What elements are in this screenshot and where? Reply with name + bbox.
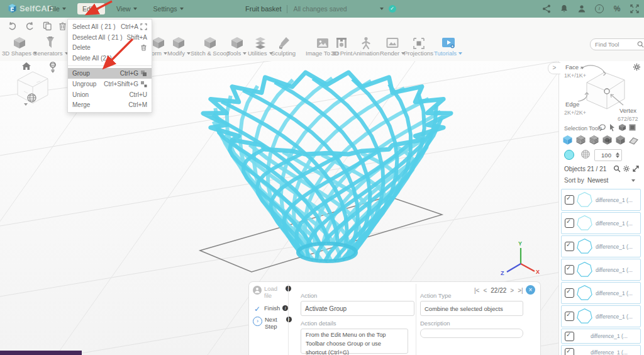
step-load-file[interactable]: Load file i xyxy=(253,286,291,300)
menu-edit[interactable]: Edit xyxy=(77,3,105,14)
object-list-item[interactable]: difference_1 (... xyxy=(561,282,641,304)
toolbar-item-projections[interactable]: Projections xyxy=(404,36,433,57)
camera-orbit-icon[interactable] xyxy=(48,61,58,70)
face-region-select-icon[interactable] xyxy=(602,135,613,145)
action-input[interactable]: Activate Group xyxy=(301,301,414,316)
saved-check-badge: ✓ xyxy=(389,5,396,13)
edit-menu-item-delete-all-21-[interactable]: Delete All (21) xyxy=(68,53,152,64)
object-checkbox[interactable] xyxy=(565,312,574,321)
pagination-first-button[interactable]: |< xyxy=(474,287,479,294)
object-list-item[interactable]: difference_1 (... xyxy=(561,259,641,281)
material-sphere-icon[interactable] xyxy=(580,149,591,159)
delete-trash-icon[interactable] xyxy=(58,21,67,31)
toolbar-item-tutorials[interactable]: Tutorials xyxy=(434,36,462,57)
sort-select[interactable]: Newest xyxy=(587,177,638,184)
sidebar-collapse-button[interactable]: > xyxy=(548,62,560,74)
fullscreen-icon[interactable] xyxy=(630,4,639,13)
edit-menu-item-union[interactable]: UnionCtrl+U xyxy=(68,89,152,100)
object-checkbox[interactable] xyxy=(565,242,574,251)
object-list-item[interactable]: difference_1 (... xyxy=(561,345,641,355)
edit-menu-item-select-all[interactable]: Select All( 21 )Ctrl+A xyxy=(68,21,152,32)
action-details-textarea[interactable]: From the Edit Menu on the Top Toolbar ch… xyxy=(301,329,408,354)
share-icon[interactable] xyxy=(542,4,551,13)
toolbar-item-3d-shapes[interactable]: 3D Shapes xyxy=(2,36,37,57)
step-next[interactable]: › Next Step i xyxy=(253,317,292,330)
toolbar-item-animation[interactable]: Animation xyxy=(353,36,379,57)
object-checkbox[interactable] xyxy=(565,332,574,341)
toolbar-item-tools[interactable]: Tools xyxy=(227,36,247,57)
menu-settings[interactable]: Settings xyxy=(148,3,189,14)
tutorial-close-button[interactable]: × xyxy=(526,285,535,295)
pagination-next-button[interactable]: > xyxy=(510,287,514,294)
account-icon[interactable] xyxy=(577,4,586,13)
frame-icon xyxy=(385,36,400,50)
pagination-last-button[interactable]: >| xyxy=(518,287,523,294)
menu-view[interactable]: View xyxy=(111,3,142,14)
toolbar-item-modify[interactable]: Modify xyxy=(167,36,191,57)
object-checkbox[interactable] xyxy=(565,265,574,274)
action-type-input[interactable]: Combine the selected objects xyxy=(420,301,523,316)
perspective-globe-icon[interactable] xyxy=(26,93,37,103)
toolbar-item-generators[interactable]: Generators xyxy=(33,36,69,57)
toolbar-item-render[interactable]: Render xyxy=(380,36,405,57)
lasso-select-icon[interactable] xyxy=(598,123,606,132)
object-checkbox[interactable] xyxy=(565,348,574,355)
objects-expand-icon[interactable] xyxy=(632,165,640,172)
edit-menu-item-group[interactable]: GroupCtrl+G xyxy=(68,68,152,79)
object-select-icon[interactable] xyxy=(562,135,573,145)
object-list-item[interactable]: difference_1 (... xyxy=(561,235,641,257)
edge-select-icon[interactable] xyxy=(589,135,599,145)
object-checkbox[interactable] xyxy=(565,218,574,228)
step-finish[interactable]: ✓ Finish i xyxy=(253,305,288,313)
info-icon[interactable]: i xyxy=(595,4,604,13)
pagination-prev-button[interactable]: < xyxy=(483,287,487,294)
edit-menu-item-merge[interactable]: MergeCtrl+M xyxy=(68,100,152,111)
notifications-bell-icon[interactable] xyxy=(560,4,569,13)
selfcad-logo-icon[interactable] xyxy=(7,3,18,14)
object-checkbox[interactable] xyxy=(565,195,574,205)
home-view-icon[interactable] xyxy=(21,62,31,70)
save-status-caret-icon[interactable] xyxy=(380,8,384,10)
objects-settings-gear-icon[interactable] xyxy=(623,165,630,172)
toolbar-item-utilities[interactable]: Utilities xyxy=(248,36,273,57)
menu-file[interactable]: File xyxy=(44,3,71,14)
color-swatch[interactable] xyxy=(564,150,574,160)
shortcuts-icon[interactable]: % xyxy=(613,4,621,13)
objects-search-icon[interactable] xyxy=(613,165,621,172)
pointer-select-icon[interactable] xyxy=(608,123,616,132)
object-list: difference_1 (...difference_1 (...differ… xyxy=(561,189,641,355)
object-list-item[interactable]: difference_1 (... xyxy=(561,329,641,344)
plane-select-icon[interactable] xyxy=(628,135,639,145)
copy-icon[interactable] xyxy=(43,21,52,31)
perspective-caret-icon[interactable] xyxy=(24,103,28,106)
edit-menu-item-deselect-all[interactable]: Deselect All( 21 )Shift+A xyxy=(68,32,152,43)
finish-info-icon[interactable]: i xyxy=(282,305,288,311)
toolbar-item-form[interactable]: form xyxy=(150,36,167,57)
solid-select-icon[interactable] xyxy=(615,135,626,145)
edit-menu-item-ungroup[interactable]: UngroupCtrl+Shift+G xyxy=(68,79,152,89)
toolbar-item-stitch-scoop[interactable]: Stitch & Scoop xyxy=(191,36,230,57)
stepper-up-icon[interactable] xyxy=(616,152,619,155)
ungroup-icon xyxy=(140,81,147,87)
toolbar-item-sculpting[interactable]: Sculpting xyxy=(271,36,296,57)
edge-label: Edge xyxy=(565,101,579,108)
toolbar-item-label: Sculpting xyxy=(271,50,296,57)
stepper-down-icon[interactable] xyxy=(616,155,619,158)
find-tool-search[interactable]: Find Tool xyxy=(590,38,644,50)
object-list-item[interactable]: difference_1 (... xyxy=(561,189,641,211)
toolbar-item-3d-print[interactable]: 3D Print xyxy=(331,36,352,57)
object-list-item[interactable]: difference_1 (... xyxy=(561,305,641,327)
object-list-item[interactable]: difference_1 (... xyxy=(561,212,641,234)
vertex-select-icon[interactable] xyxy=(575,135,586,145)
description-input[interactable] xyxy=(420,329,523,338)
project-title[interactable]: Fruit basket xyxy=(245,5,281,13)
undo-icon[interactable] xyxy=(8,21,17,31)
opacity-stepper[interactable]: 100 xyxy=(594,149,622,161)
next-step-info-icon[interactable]: i xyxy=(286,317,292,322)
edit-menu-item-delete[interactable]: Delete xyxy=(68,43,152,54)
object-checkbox[interactable] xyxy=(565,288,574,298)
camera-orbit-caret-icon[interactable] xyxy=(51,70,55,73)
redo-icon[interactable] xyxy=(25,21,35,31)
volume-select-icon[interactable] xyxy=(628,123,636,132)
cube-select-icon[interactable] xyxy=(618,123,626,132)
